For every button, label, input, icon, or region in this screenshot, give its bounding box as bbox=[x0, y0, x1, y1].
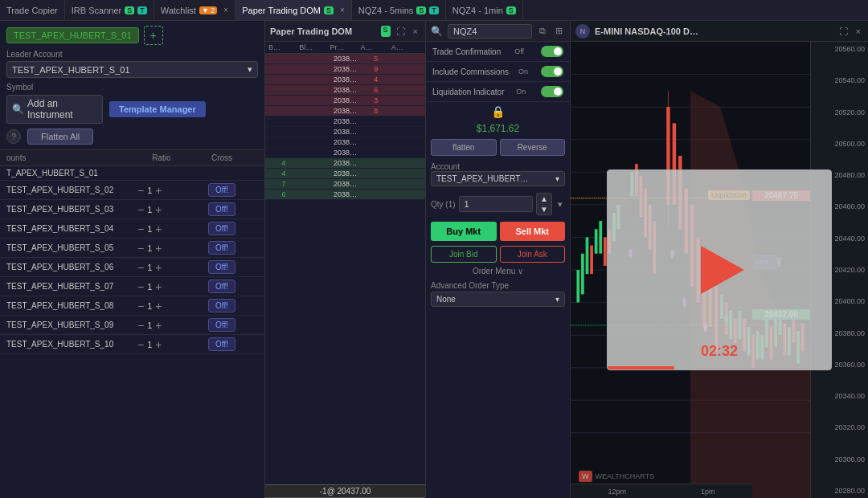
close-icon[interactable]: × bbox=[411, 26, 420, 37]
instrument-button[interactable]: TEST_APEX_HUBERT_S_01 bbox=[6, 27, 139, 43]
ratio-increment-button[interactable]: + bbox=[155, 184, 162, 197]
close-icon[interactable]: × bbox=[340, 6, 345, 14]
dom-row[interactable]: 2038… bbox=[265, 127, 425, 137]
symbol-search-box[interactable]: NQZ4 bbox=[448, 24, 532, 39]
dom-row[interactable]: 2038…4 bbox=[265, 75, 425, 85]
trade-confirmation-toggle[interactable] bbox=[541, 46, 563, 57]
ratio-increment-button[interactable]: + bbox=[155, 319, 162, 332]
dom-bid-cell: 4 bbox=[268, 169, 299, 178]
expand-icon[interactable]: ⛶ bbox=[837, 26, 850, 37]
cross-button[interactable]: Off! bbox=[208, 260, 235, 274]
ratio-cell: −1+ bbox=[137, 338, 186, 351]
ratio-decrement-button[interactable]: − bbox=[137, 222, 144, 235]
ratio-increment-button[interactable]: + bbox=[155, 338, 162, 351]
join-ask-button[interactable]: Join Ask bbox=[500, 246, 566, 263]
symbol-controls: 🔍 Add an Instrument Template Manager bbox=[6, 95, 258, 124]
account-dropdown[interactable]: TEST_APEX_HUBERT… ▾ bbox=[431, 171, 565, 186]
add-instrument-box[interactable]: 🔍 Add an Instrument bbox=[6, 95, 103, 124]
cross-button[interactable]: Off! bbox=[208, 299, 235, 312]
ratio-decrement-button[interactable]: − bbox=[137, 184, 144, 197]
dom-row[interactable]: 72038… bbox=[265, 179, 425, 190]
dom-row[interactable]: 2038…8 bbox=[265, 106, 425, 116]
dom-row[interactable]: 2038…3 bbox=[265, 96, 425, 106]
qty-input[interactable] bbox=[459, 196, 534, 212]
ratio-increment-button[interactable]: + bbox=[155, 203, 162, 216]
cross-button[interactable]: Off! bbox=[208, 222, 235, 235]
tab-trade-copier[interactable]: Trade Copier bbox=[0, 0, 65, 20]
cross-button[interactable]: Off! bbox=[208, 318, 235, 332]
close-icon[interactable]: × bbox=[854, 26, 863, 37]
dom-ask-cell: 3 bbox=[361, 96, 391, 104]
tab-nqz4-1min[interactable]: NQZ4 - 1min S bbox=[446, 0, 523, 20]
account-name: TEST_APEX_HUBERT_S_09 bbox=[6, 320, 137, 329]
settings-icon[interactable]: ⊞ bbox=[553, 25, 565, 37]
ratio-increment-button[interactable]: + bbox=[155, 261, 162, 274]
join-bid-button[interactable]: Join Bid bbox=[431, 246, 497, 263]
ratio-increment-button[interactable]: + bbox=[155, 222, 162, 235]
time-axis: 12pm 1pm bbox=[571, 484, 752, 498]
help-button[interactable]: ? bbox=[6, 129, 21, 144]
expand-icon[interactable]: ⛶ bbox=[394, 26, 407, 37]
ratio-decrement-button[interactable]: − bbox=[137, 203, 144, 216]
cross-button[interactable]: Off! bbox=[208, 337, 235, 351]
buy-sell-row: Buy Mkt Sell Mkt bbox=[426, 218, 570, 244]
ratio-increment-button[interactable]: + bbox=[155, 280, 162, 293]
tab-nqz4-5mins[interactable]: NQZ4 - 5mins S T bbox=[352, 0, 446, 20]
play-button[interactable] bbox=[695, 246, 743, 294]
qty-decrement-button[interactable]: ▼ bbox=[537, 204, 551, 214]
dom-row[interactable]: 2038… bbox=[265, 148, 425, 158]
ratio-decrement-button[interactable]: − bbox=[137, 338, 144, 351]
dom-row[interactable]: 42038… bbox=[265, 169, 425, 179]
dom-row[interactable]: 2038…5 bbox=[265, 54, 425, 64]
candle bbox=[581, 254, 584, 295]
popup-icon[interactable]: ⧉ bbox=[537, 25, 548, 37]
cross-cell: Off! bbox=[186, 260, 258, 274]
dom-row[interactable]: 2038… bbox=[265, 116, 425, 127]
include-commissions-toggle[interactable] bbox=[541, 66, 563, 77]
ratio-decrement-button[interactable]: − bbox=[137, 242, 144, 255]
cross-cell: Off! bbox=[186, 202, 258, 216]
reverse-button[interactable]: Reverse bbox=[500, 139, 566, 156]
include-commissions-state: On bbox=[518, 67, 528, 76]
dom-row[interactable]: 62038… bbox=[265, 190, 425, 200]
cross-button[interactable]: Off! bbox=[208, 241, 235, 255]
price-tick: 20500.00 bbox=[811, 140, 868, 148]
template-manager-button[interactable]: Template Manager bbox=[109, 101, 206, 117]
dom-row[interactable]: 2038…9 bbox=[265, 64, 425, 75]
ratio-decrement-button[interactable]: − bbox=[137, 319, 144, 332]
ratio-increment-button[interactable]: + bbox=[155, 242, 162, 255]
ratio-decrement-button[interactable]: − bbox=[137, 300, 144, 312]
qty-increment-button[interactable]: ▲ bbox=[537, 194, 551, 204]
order-menu-row[interactable]: Order Menu ∨ bbox=[426, 264, 570, 278]
dom-col-4: A… bbox=[361, 43, 391, 51]
tab-paper-trading-dom[interactable]: Paper Trading DOM S × bbox=[235, 0, 352, 20]
table-row: TEST_APEX_HUBERT_S_05−1+Off! bbox=[0, 239, 264, 258]
account-name: TEST_APEX_HUBERT_S_03 bbox=[6, 205, 137, 214]
dom-panel-header: Paper Trading DOM S ⛶ × bbox=[265, 21, 425, 42]
liquidation-toggle[interactable] bbox=[541, 86, 563, 97]
tab-label: Trade Copier bbox=[6, 6, 58, 15]
dom-price-cell: 2038… bbox=[330, 65, 360, 73]
leader-account-dropdown[interactable]: TEST_APEX_HUBERT_S_01 ▾ bbox=[6, 61, 258, 78]
qty-options-button[interactable]: ▾ bbox=[555, 198, 565, 210]
tab-irb-scanner[interactable]: IRB Scanner S T bbox=[65, 0, 154, 20]
flatten-trade-button[interactable]: flatten bbox=[431, 139, 497, 156]
cross-button[interactable]: Off! bbox=[208, 202, 235, 216]
sell-mkt-button[interactable]: Sell Mkt bbox=[500, 222, 566, 241]
close-icon[interactable]: × bbox=[223, 6, 228, 14]
dom-row[interactable]: 2038… bbox=[265, 137, 425, 148]
tab-watchlist[interactable]: Watchlist ▼ 2 × bbox=[154, 0, 235, 20]
ratio-decrement-button[interactable]: − bbox=[137, 280, 144, 293]
dom-row[interactable]: 2038…6 bbox=[265, 85, 425, 96]
flatten-all-button[interactable]: Flatten All bbox=[27, 129, 93, 145]
add-instrument-button[interactable]: + bbox=[144, 26, 163, 45]
buy-mkt-button[interactable]: Buy Mkt bbox=[431, 222, 497, 241]
dom-row[interactable]: 42038… bbox=[265, 158, 425, 169]
cross-button[interactable]: Off! bbox=[208, 280, 235, 293]
ratio-decrement-button[interactable]: − bbox=[137, 261, 144, 274]
advanced-order-dropdown[interactable]: None ▾ bbox=[431, 292, 565, 307]
ratio-value: 1 bbox=[147, 301, 152, 311]
ratio-increment-button[interactable]: + bbox=[155, 300, 162, 312]
add-instrument-text: Add an Instrument bbox=[27, 98, 97, 120]
cross-button[interactable]: Off! bbox=[208, 183, 235, 197]
